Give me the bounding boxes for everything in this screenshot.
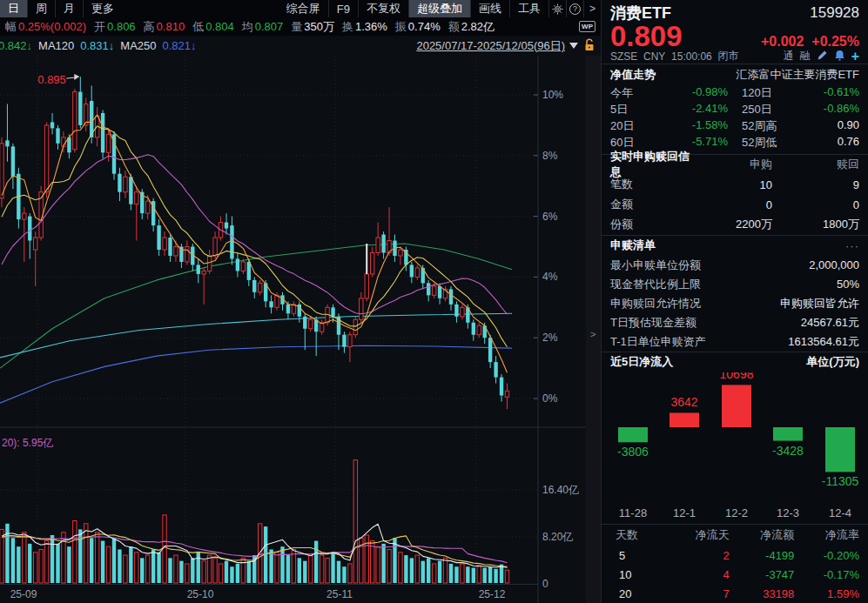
flow-unit-label: 单位(万元)	[806, 354, 859, 370]
nav-stat-row: 今年-0.98%120日-0.61%	[610, 85, 859, 102]
realtime-rows: 笔数109金额00份额2200万1800万	[602, 175, 868, 235]
svg-text:-3428: -3428	[772, 443, 804, 457]
menu-item-画线[interactable]: 画线	[470, 0, 509, 17]
table-cell: 5	[610, 549, 664, 562]
nav-stat-row: 5日-2.41%250日-0.86%	[610, 102, 859, 118]
table-cell: 33198	[730, 587, 795, 600]
stat-额: 额2.82亿	[448, 20, 495, 33]
tag-shanghai-connect: 通	[784, 49, 794, 64]
menu-item-超级叠加[interactable]: 超级叠加	[408, 0, 470, 17]
svg-text:-11305: -11305	[822, 474, 859, 488]
table-cell: -0.20%	[794, 549, 859, 562]
ma-segment: 0.831↓	[80, 39, 114, 52]
realtime-row: 金额00	[602, 195, 868, 215]
table-row: 207331981.59%	[602, 584, 868, 603]
lock-icon[interactable]	[583, 38, 595, 54]
tag-margin: 融	[800, 49, 811, 64]
nav-stat-value: -2.41%	[692, 102, 728, 117]
menu-expand-chevron-icon[interactable]: >	[583, 0, 601, 17]
realtime-row: 笔数109	[602, 175, 868, 195]
list-section-title: 申赎清单	[610, 238, 656, 253]
table-row: 52-4199-0.20%	[602, 546, 868, 565]
chart-pane: 日周月更多 综合屏F9不复权超级叠加画线工具 ? > 幅0.25%(0.002)…	[0, 0, 601, 603]
date-range-dropdown-icon[interactable]	[569, 43, 578, 49]
menu-item-工具[interactable]: 工具	[509, 0, 548, 17]
list-row: 申购赎回允许情况申购赎回皆允许	[602, 294, 868, 313]
table-row: 104-3747-0.17%	[602, 565, 868, 584]
tab-月[interactable]: 月	[55, 0, 83, 17]
svg-text:6%: 6%	[542, 211, 558, 223]
market-status: 闭市	[717, 49, 738, 64]
tab-周[interactable]: 周	[27, 0, 55, 17]
svg-text:10698: 10698	[720, 372, 754, 381]
menu-item-F9[interactable]: F9	[328, 0, 358, 17]
netflow-table: 天数净流天净流额净流率52-4199-0.20%104-3747-0.17%20…	[602, 525, 868, 603]
ma-segment: MA120	[38, 39, 74, 52]
list-row: T-1日单位申赎资产1613564.61元	[602, 332, 868, 352]
svg-text:0%: 0%	[542, 392, 558, 405]
period-tabs: 日周月更多	[0, 0, 122, 17]
svg-text:4%: 4%	[542, 271, 558, 283]
settings-gear-icon[interactable]	[548, 0, 566, 17]
panel-collapse-chevron-icon[interactable]: >	[590, 329, 595, 339]
subscription-list-rows: 最小申赎单位份额2,000,000现金替代比例上限50%申购赎回允许情况申购赎回…	[602, 256, 868, 352]
table-cell: 4	[664, 568, 730, 581]
nav-stat-value: -5.71%	[692, 135, 728, 151]
ma-segment: 0.821↓	[163, 39, 197, 52]
quote-panel: 消费ETF 159928 0.809 +0.002 +0.25% SZSE CN…	[601, 0, 868, 603]
flow-section-title: 近5日净流入	[610, 354, 673, 370]
nav-stat-value: 0.90	[838, 118, 859, 134]
table-cell: 2	[664, 549, 730, 562]
list-row: T日预估现金差额24567.61元	[602, 313, 868, 332]
tool-menu: 综合屏F9不复权超级叠加画线工具	[279, 0, 548, 17]
tab-更多[interactable]: 更多	[83, 0, 122, 17]
etf-code: 159928	[810, 4, 859, 22]
netflow-bar-chart: -380611-28364212-11069812-2-342812-3-113…	[602, 372, 868, 524]
nav-stat-value: -0.98%	[692, 85, 728, 101]
nav-stat-value: 0.76	[838, 135, 859, 151]
help-icon[interactable]: ?	[566, 0, 583, 17]
svg-text:8%: 8%	[542, 150, 558, 162]
realtime-row: 份额2200万1800万	[602, 215, 868, 235]
svg-text:16.40亿: 16.40亿	[542, 484, 579, 496]
nav-stat-label: 120日	[742, 85, 772, 101]
alert-bell-icon[interactable]	[834, 50, 845, 64]
add-watchlist-plus-icon[interactable]: +	[851, 50, 859, 62]
stat-高: 高0.810	[144, 20, 185, 33]
svg-text:25-10: 25-10	[187, 588, 214, 600]
tab-日[interactable]: 日	[0, 0, 27, 17]
stat-开: 开0.806	[94, 20, 136, 33]
svg-text:25-09: 25-09	[10, 588, 37, 600]
stat-换: 换1.36%	[342, 20, 387, 33]
svg-text:10%: 10%	[542, 89, 563, 101]
stat-量: 量350万	[291, 20, 334, 33]
table-cell: 10	[610, 568, 664, 581]
exchange-label: SZSE	[610, 50, 637, 63]
ma-segment: MA250	[120, 39, 156, 52]
table-cell: -3747	[730, 568, 795, 581]
stat-均: 均0.807	[242, 20, 284, 33]
svg-text:25-12: 25-12	[479, 588, 506, 600]
list-row: 最小申赎单位份额2,000,000	[602, 256, 868, 275]
svg-text:0.895: 0.895	[37, 73, 66, 86]
more-options-icon[interactable]: ···	[845, 239, 859, 252]
edit-pencil-icon[interactable]	[817, 50, 828, 64]
ma-values: 0.842↓MA1200.831↓MA2500.821↓	[0, 39, 203, 52]
svg-text:20): 5.95亿: 20): 5.95亿	[2, 437, 53, 449]
menu-item-不复权[interactable]: 不复权	[358, 0, 408, 17]
svg-text:8.20亿: 8.20亿	[542, 531, 573, 543]
list-row: 现金替代比例上限50%	[602, 275, 868, 294]
svg-text:12-2: 12-2	[725, 506, 748, 519]
nav-stat-label: 250日	[742, 102, 772, 117]
svg-text:12-1: 12-1	[673, 506, 696, 519]
nav-stat-label: 今年	[610, 85, 633, 101]
wp-window-icon[interactable]: WP	[579, 21, 595, 32]
menu-item-综合屏[interactable]: 综合屏	[279, 0, 328, 17]
table-cell: -0.17%	[794, 568, 859, 581]
stat-振: 振0.74%	[395, 20, 441, 33]
date-range-selector[interactable]: 2025/07/17-2025/12/05(96日)	[416, 38, 565, 54]
trading-app: 日周月更多 综合屏F9不复权超级叠加画线工具 ? > 幅0.25%(0.002)…	[0, 0, 868, 603]
table-cell: 7	[664, 587, 730, 600]
kline-chart[interactable]: 10%8%6%4%2%0%16.40亿8.20亿00.89520): 5.95亿…	[0, 56, 601, 603]
currency-label: CNY	[643, 50, 665, 63]
